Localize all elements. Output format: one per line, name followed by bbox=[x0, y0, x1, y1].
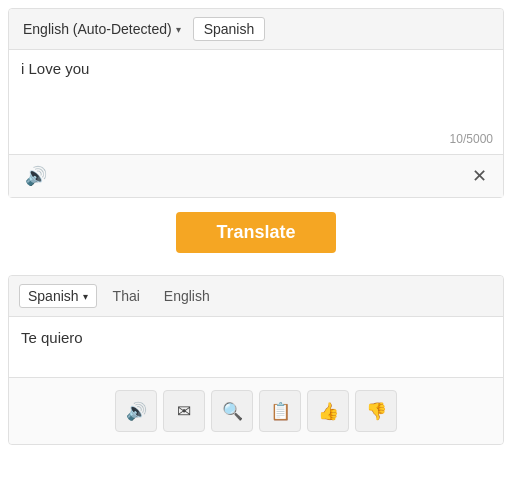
thumbs-up-button[interactable]: 👍 bbox=[307, 390, 349, 432]
speaker-icon: 🔊 bbox=[126, 401, 147, 422]
translated-text: Te quiero bbox=[21, 329, 83, 346]
email-button[interactable]: ✉ bbox=[163, 390, 205, 432]
translation-input[interactable] bbox=[21, 60, 491, 140]
input-section: English (Auto-Detected) ▾ Spanish 10/500… bbox=[8, 8, 504, 198]
target-language-badge: Spanish bbox=[193, 17, 266, 41]
alt-language-1[interactable]: Thai bbox=[105, 285, 148, 307]
output-language-label: Spanish bbox=[28, 288, 79, 304]
close-icon: ✕ bbox=[472, 165, 487, 187]
output-action-bar: 🔊 ✉ 🔍 📋 👍 👎 bbox=[9, 377, 503, 444]
email-icon: ✉ bbox=[177, 401, 191, 422]
char-count: 10/5000 bbox=[450, 132, 493, 146]
listen-output-button[interactable]: 🔊 bbox=[115, 390, 157, 432]
output-language-selector[interactable]: Spanish ▾ bbox=[19, 284, 97, 308]
thumbs-up-icon: 👍 bbox=[318, 401, 339, 422]
output-area: Te quiero bbox=[9, 317, 503, 377]
source-language-label: English (Auto-Detected) bbox=[23, 21, 172, 37]
translate-button[interactable]: Translate bbox=[176, 212, 335, 253]
chevron-down-icon: ▾ bbox=[176, 24, 181, 35]
clear-button[interactable]: ✕ bbox=[466, 161, 493, 191]
thumbs-down-button[interactable]: 👎 bbox=[355, 390, 397, 432]
document-button[interactable]: 📋 bbox=[259, 390, 301, 432]
source-language-selector[interactable]: English (Auto-Detected) ▾ bbox=[19, 19, 185, 39]
document-icon: 📋 bbox=[270, 401, 291, 422]
translate-section: Translate bbox=[8, 198, 504, 267]
speaker-button[interactable]: 🔊 bbox=[19, 161, 53, 191]
input-controls-bar: 🔊 ✕ bbox=[9, 154, 503, 197]
speaker-icon: 🔊 bbox=[25, 165, 47, 187]
alt-language-2[interactable]: English bbox=[156, 285, 218, 307]
source-lang-bar: English (Auto-Detected) ▾ Spanish bbox=[9, 9, 503, 50]
search-button[interactable]: 🔍 bbox=[211, 390, 253, 432]
search-icon: 🔍 bbox=[222, 401, 243, 422]
output-section: Spanish ▾ Thai English Te quiero 🔊 ✉ 🔍 📋… bbox=[8, 275, 504, 445]
target-lang-bar: Spanish ▾ Thai English bbox=[9, 276, 503, 317]
input-area: 10/5000 bbox=[9, 50, 503, 154]
thumbs-down-icon: 👎 bbox=[366, 401, 387, 422]
chevron-down-icon: ▾ bbox=[83, 291, 88, 302]
